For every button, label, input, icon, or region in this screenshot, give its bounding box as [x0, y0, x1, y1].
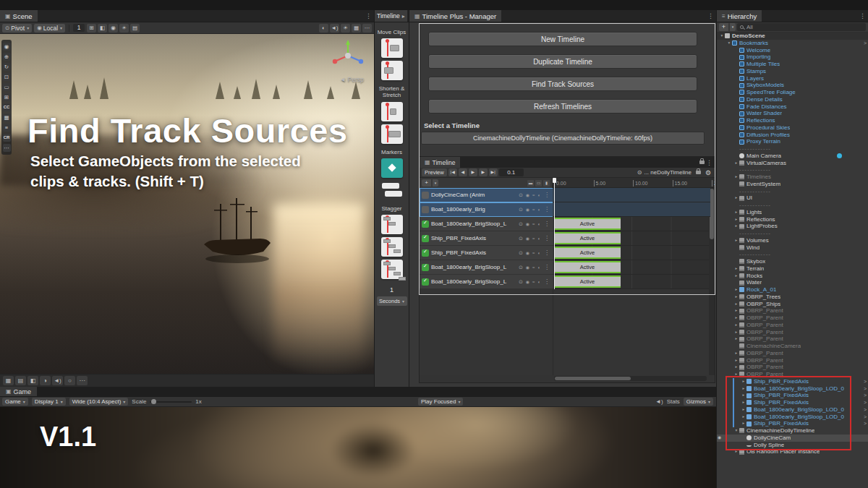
- mute-audio-icon[interactable]: ◄): [655, 398, 663, 405]
- track-curves-icon[interactable]: ≈: [532, 280, 535, 284]
- track-lock-icon[interactable]: ◐: [537, 222, 540, 226]
- prefab-open-arrow-icon[interactable]: >: [864, 406, 867, 414]
- hierarchy-item[interactable]: ------------: [717, 188, 868, 195]
- scene-menu-icon[interactable]: ⋮: [365, 12, 372, 20]
- hierarchy-item[interactable]: ▸OBRP_Parent: [717, 314, 868, 322]
- slider-knob[interactable]: [151, 399, 156, 404]
- hierarchy-item[interactable]: Proxy Terrain: [717, 138, 868, 145]
- track-lock-icon[interactable]: ◐: [537, 251, 540, 255]
- track-menu-icon[interactable]: ⋮: [544, 221, 550, 227]
- scene-audio-icon[interactable]: ◄): [330, 24, 339, 33]
- track-record-icon[interactable]: ◉: [526, 236, 529, 241]
- increment-snap-icon[interactable]: ◉: [109, 24, 118, 33]
- track-menu-icon[interactable]: ⋮: [544, 278, 550, 285]
- timeline-track-lane[interactable]: Active: [553, 217, 710, 231]
- scrollbar-handle[interactable]: [555, 377, 631, 380]
- timeline-track-row[interactable]: Boat_1800early_Brig⊙◉≈◐⋮: [420, 202, 710, 217]
- game-mode-dropdown[interactable]: Game ▾: [2, 398, 28, 406]
- timeline-track-row[interactable]: DollyCineCam (Anim⊙◉≈◐⋮: [420, 188, 710, 202]
- expander-icon[interactable]: ▸: [733, 237, 739, 244]
- prefab-open-arrow-icon[interactable]: >: [864, 392, 867, 399]
- timeline-track-header[interactable]: Boat_1800early_BrigSloop_L⊙◉≈◐⋮: [420, 217, 553, 231]
- hierarchy-item[interactable]: ------------: [717, 230, 868, 237]
- mix-mode-icon[interactable]: ▬: [527, 180, 534, 187]
- expander-icon[interactable]: ▾: [733, 427, 739, 435]
- expander-icon[interactable]: ▸: [733, 364, 739, 371]
- expander-icon[interactable]: ▸: [733, 322, 739, 329]
- hierarchy-item[interactable]: Wind: [717, 244, 868, 252]
- expander-icon[interactable]: ▸: [733, 314, 739, 322]
- track-lock-icon[interactable]: ◐: [537, 236, 540, 241]
- shorten-clip-icon[interactable]: [381, 102, 403, 121]
- stagger-two-icon[interactable]: [381, 215, 403, 234]
- manager-button-find-track-sources[interactable]: Find Track Sources: [428, 77, 697, 91]
- hierarchy-item[interactable]: ▸OBRP_Parent: [717, 335, 868, 343]
- hierarchy-item[interactable]: ▸OBRP_Parent: [717, 322, 868, 329]
- timeline-track-header[interactable]: Ship_PBR_FixedAxis⊙◉≈◐⋮: [420, 231, 553, 246]
- scene-effects-icon[interactable]: ☀: [341, 24, 350, 33]
- grid-size-field[interactable]: 1: [73, 24, 85, 32]
- expander-icon[interactable]: ▸: [741, 378, 746, 385]
- prefab-open-arrow-icon[interactable]: >: [864, 420, 867, 427]
- insert-marker-icon[interactable]: [381, 158, 403, 178]
- game-viewport[interactable]: [0, 407, 716, 488]
- scale-tool-icon[interactable]: ⊡: [3, 73, 11, 81]
- expander-icon[interactable]: ▾: [719, 33, 725, 40]
- aspect-ratio-dropdown[interactable]: Wide (10:4 Aspect) ▾: [69, 398, 129, 406]
- hierarchy-item[interactable]: ▸Ship_PBR_FixedAxis>: [717, 399, 868, 406]
- view-options-icon[interactable]: ▤: [130, 24, 140, 33]
- stats-button[interactable]: Stats: [667, 398, 680, 405]
- hierarchy-item[interactable]: ▾CinemachineDollyTimeline: [717, 427, 868, 435]
- expander-icon[interactable]: ▸: [741, 406, 746, 414]
- hierarchy-item[interactable]: ▸OBRP_Parent: [717, 329, 868, 336]
- current-time-field[interactable]: 0.1: [499, 168, 524, 176]
- expander-icon[interactable]: ▸: [741, 420, 746, 427]
- expander-icon[interactable]: ▸: [733, 329, 739, 336]
- track-lock-icon[interactable]: ◐: [537, 265, 540, 270]
- hierarchy-item[interactable]: Importing: [717, 53, 868, 61]
- prefab-open-arrow-icon[interactable]: >: [864, 385, 867, 393]
- hierarchy-item[interactable]: ▸OBRP_Parent: [717, 307, 868, 314]
- stagger-four-icon[interactable]: [381, 260, 403, 279]
- hierarchy-menu-icon[interactable]: ⋮: [859, 12, 866, 20]
- hierarchy-item[interactable]: Diffusion Profiles: [717, 132, 868, 139]
- hierarchy-item[interactable]: ▾Bookmarks>: [717, 40, 868, 47]
- hierarchy-item[interactable]: ▸Volumes: [717, 237, 868, 244]
- track-record-icon[interactable]: ◉: [526, 207, 529, 212]
- expander-icon[interactable]: ▸: [741, 392, 746, 399]
- activation-clip[interactable]: Active: [554, 232, 621, 244]
- go-to-end-icon[interactable]: ▶|: [489, 168, 498, 176]
- track-menu-icon[interactable]: ⋮: [544, 206, 550, 213]
- hierarchy-item[interactable]: Welcome: [717, 47, 868, 54]
- timeline-track-lane[interactable]: [553, 188, 710, 202]
- hierarchy-item[interactable]: Dense Details: [717, 96, 868, 103]
- timeline-track-lane[interactable]: [553, 202, 710, 217]
- activation-clip[interactable]: Active: [554, 261, 621, 273]
- gizmos-dropdown[interactable]: Gizmos ▾: [684, 398, 713, 406]
- hierarchy-item[interactable]: ▸LightProbes: [717, 223, 868, 230]
- prefab-open-arrow-icon[interactable]: >: [864, 378, 867, 385]
- hierarchy-item[interactable]: CinemachineCamera: [717, 343, 868, 350]
- more-options-icon[interactable]: ⋯: [77, 376, 88, 385]
- activation-clip[interactable]: Active: [554, 218, 621, 230]
- effects-toggle-icon[interactable]: ○: [64, 376, 75, 385]
- orientation-gizmo[interactable]: [329, 37, 367, 74]
- add-track-button[interactable]: +: [422, 179, 431, 187]
- expander-icon[interactable]: ▸: [733, 350, 739, 357]
- hierarchy-item[interactable]: ▸Reflections: [717, 216, 868, 223]
- hierarchy-item[interactable]: ▸Ship_PBR_FixedAxis>: [717, 420, 868, 427]
- overlays-menu-icon[interactable]: ⋯: [362, 24, 372, 33]
- stretch-clip-icon[interactable]: [381, 124, 403, 144]
- move-clip-end-icon[interactable]: [381, 61, 403, 80]
- hierarchy-item[interactable]: ▸OBRP_Trees: [717, 294, 868, 301]
- hierarchy-item[interactable]: Dolly Spline: [717, 442, 868, 449]
- hierarchy-item[interactable]: Procedural Skies: [717, 124, 868, 132]
- prefab-open-arrow-icon[interactable]: >: [864, 399, 867, 406]
- hierarchy-item[interactable]: ▸Timelines: [717, 174, 868, 181]
- hierarchy-item[interactable]: ▸OBRP_Parent: [717, 350, 868, 357]
- track-lock-icon[interactable]: ◐: [537, 193, 540, 197]
- expander-icon[interactable]: ▸: [733, 273, 739, 280]
- tab-timeline-tools[interactable]: Timeline ▸: [375, 10, 407, 22]
- hierarchy-item[interactable]: EventSystem: [717, 181, 868, 188]
- pivot-dropdown[interactable]: ⊙ Pivot ▾: [2, 24, 32, 33]
